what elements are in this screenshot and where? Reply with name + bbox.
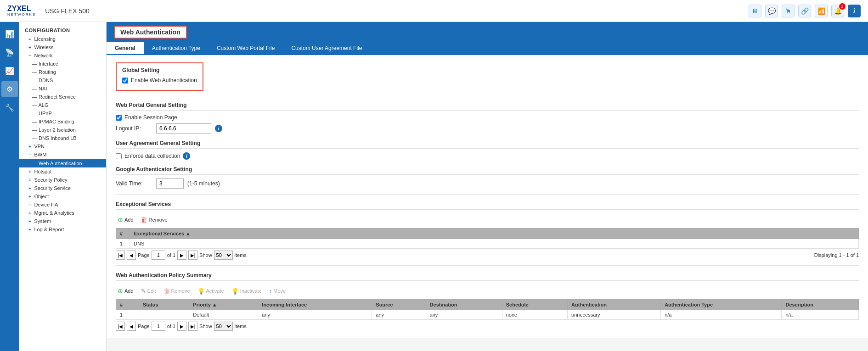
policy-page-label: Page: [138, 323, 150, 329]
network-icon-btn[interactable]: 🔗: [798, 5, 811, 17]
page-title: Web Authentication: [114, 26, 187, 39]
nav-web-authentication[interactable]: — Web Authentication ◀: [19, 159, 106, 167]
info-icon-btn[interactable]: i: [848, 5, 861, 17]
first-page-btn[interactable]: |◀: [116, 251, 125, 260]
policy-remove-icon: 🗑: [163, 287, 170, 295]
policy-row-auth-type: n/a: [661, 310, 782, 320]
nav-security-service[interactable]: + Security Service: [19, 184, 106, 192]
nav-section-header: CONFIGURATION: [19, 26, 106, 35]
add-icon: ⊕: [118, 216, 123, 223]
chat-icon-btn[interactable]: 💬: [765, 5, 778, 17]
bell-icon-btn[interactable]: 🔔: [831, 5, 844, 17]
exceptional-add-label: Add: [124, 217, 134, 223]
nav-ddns[interactable]: — DDNS: [19, 76, 106, 84]
nav-log-report[interactable]: + Log & Report: [19, 225, 106, 234]
col-hash: #: [116, 228, 130, 239]
tab-authentication-type[interactable]: Authentication Type: [144, 42, 209, 54]
items-label: items: [235, 252, 247, 258]
valid-time-input[interactable]: [156, 178, 184, 189]
nav-security-policy[interactable]: + Security Policy: [19, 176, 106, 184]
nav-ip-mac-binding[interactable]: — IP/MAC Binding: [19, 117, 106, 126]
policy-edit-btn[interactable]: ✎ Edit: [139, 287, 158, 295]
nav-alg[interactable]: — ALG: [19, 101, 106, 109]
policy-add-icon: ⊕: [118, 287, 123, 295]
tab-custom-user-agreement-file[interactable]: Custom User Agreement File: [283, 42, 370, 54]
col-num: #: [116, 300, 139, 310]
policy-first-page-btn[interactable]: |◀: [116, 322, 125, 331]
policy-page-input[interactable]: [152, 322, 165, 331]
logout-ip-info-icon[interactable]: i: [215, 125, 222, 132]
logo: ZYXEL NETWORKS: [7, 5, 36, 17]
page-input[interactable]: [152, 251, 165, 260]
tab-custom-web-portal-file[interactable]: Custom Web Portal File: [209, 42, 283, 54]
global-setting-title: Global Setting: [122, 67, 197, 73]
policy-activate-icon: 💡: [197, 288, 205, 295]
col-authentication-type: Authentication Type: [661, 300, 782, 310]
policy-inactivate-btn[interactable]: 💡 Inactivate: [230, 287, 264, 295]
policy-prev-page-btn[interactable]: ◀: [127, 322, 136, 331]
tab-general[interactable]: General: [107, 42, 144, 54]
signal-icon-btn[interactable]: 📶: [815, 5, 828, 17]
policy-row-num: 1: [116, 310, 139, 320]
last-page-btn[interactable]: ▶|: [188, 251, 197, 260]
enable-web-auth-checkbox[interactable]: [122, 78, 128, 84]
global-setting-box: Global Setting Enable Web Authentication: [116, 62, 203, 91]
policy-show-select[interactable]: 50 100: [214, 322, 233, 331]
policy-items-label: items: [235, 323, 247, 329]
nav-upnp[interactable]: — UPnP: [19, 109, 106, 117]
nav-redirect-service[interactable]: — Redirect Service: [19, 93, 106, 101]
nav-licensing[interactable]: + Licensing: [19, 35, 106, 43]
valid-time-row: Valid Time: (1-5 minutes): [116, 178, 859, 189]
policy-move-btn[interactable]: ↕ Move: [267, 287, 287, 295]
sidebar-pulse-btn[interactable]: 📈: [1, 62, 18, 79]
nav-mgmt-analytics[interactable]: + Mgmt. & Analytics: [19, 209, 106, 217]
sidebar-antenna-btn[interactable]: 📡: [1, 44, 18, 61]
nav-system[interactable]: + System: [19, 217, 106, 225]
nav-hotspot[interactable]: + Hotspot: [19, 167, 106, 176]
exceptional-remove-btn[interactable]: 🗑 Remove: [139, 215, 169, 224]
nav-dns-inbound-lb[interactable]: — DNS Inbound LB: [19, 134, 106, 142]
show-select[interactable]: 50 100: [214, 251, 233, 260]
nav-network[interactable]: − Network: [19, 51, 106, 60]
policy-edit-label: Edit: [147, 288, 156, 294]
policy-last-page-btn[interactable]: ▶|: [188, 322, 197, 331]
enforce-data-collection-checkbox[interactable]: [116, 153, 122, 159]
exceptional-add-btn[interactable]: ⊕ Add: [116, 215, 135, 224]
next-page-btn[interactable]: ▶: [177, 251, 186, 260]
policy-row-description: n/a: [782, 310, 859, 320]
enable-session-page-checkbox[interactable]: [116, 115, 122, 121]
monitor-icon-btn[interactable]: 🖥: [749, 5, 761, 17]
enforce-info-icon[interactable]: i: [183, 152, 190, 160]
content-area: Web Authentication General Authenticatio…: [107, 22, 868, 351]
col-description: Description: [782, 300, 859, 310]
policy-remove-btn[interactable]: 🗑 Remove: [162, 286, 192, 295]
sidebar-settings-btn[interactable]: ⚙: [1, 81, 18, 97]
nav-wireless[interactable]: + Wireless: [19, 43, 106, 51]
sidebar-dashboard-btn[interactable]: 📊: [1, 26, 18, 42]
desktop-icon-btn[interactable]: 🖱: [782, 5, 795, 17]
top-header: ZYXEL NETWORKS USG FLEX 500 🖥 💬 🖱 🔗 📶 🔔 …: [0, 0, 868, 22]
page-label: Page: [138, 252, 150, 258]
left-nav: CONFIGURATION + Licensing + Wireless − N…: [19, 22, 107, 351]
col-source: Source: [372, 300, 426, 310]
logout-ip-input[interactable]: [156, 123, 211, 134]
nav-device-ha[interactable]: − Device HA: [19, 201, 106, 209]
policy-move-label: Move: [273, 288, 286, 294]
col-authentication: Authentication: [568, 300, 661, 310]
sidebar-wrench-btn[interactable]: 🔧: [1, 99, 18, 116]
policy-add-btn[interactable]: ⊕ Add: [116, 286, 135, 295]
nav-nat[interactable]: — NAT: [19, 84, 106, 93]
nav-layer2-isolation[interactable]: — Layer 2 Isolation: [19, 126, 106, 134]
policy-next-page-btn[interactable]: ▶: [177, 322, 186, 331]
policy-activate-btn[interactable]: 💡 Activate: [196, 287, 226, 295]
nav-object[interactable]: + Object: [19, 192, 106, 201]
nav-routing[interactable]: — Routing: [19, 68, 106, 76]
nav-vpn[interactable]: + VPN: [19, 142, 106, 150]
page-title-bar: Web Authentication: [107, 22, 868, 42]
nav-interface[interactable]: — Interface: [19, 60, 106, 68]
policy-summary-toolbar: ⊕ Add ✎ Edit 🗑 Remove 💡 Activate 💡: [116, 284, 859, 297]
prev-page-btn[interactable]: ◀: [127, 251, 136, 260]
nav-bwm[interactable]: − BWM: [19, 150, 106, 159]
col-priority: Priority ▲: [189, 300, 258, 310]
col-exceptional-services: Exceptional Services ▲: [130, 228, 859, 239]
